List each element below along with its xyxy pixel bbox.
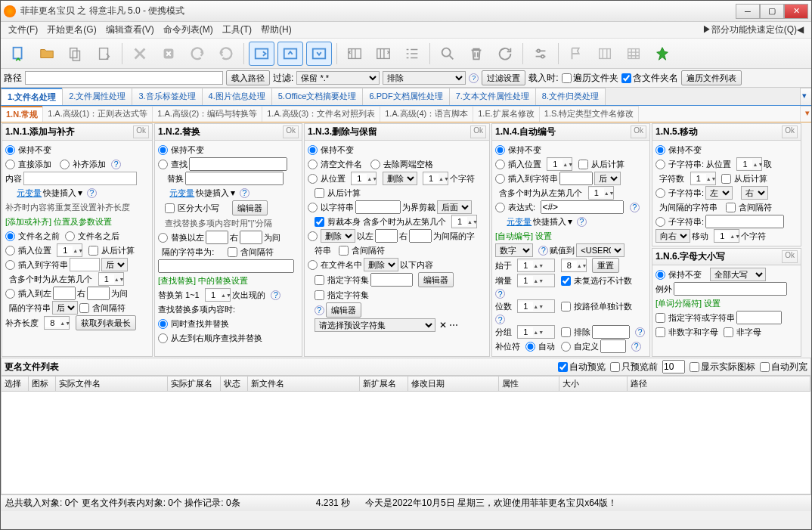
table-header: 选择 图标 实际文件名 实际扩展名 状态 新文件名 新扩展名 修改日期 属性 大…: [1, 376, 811, 392]
tab-text[interactable]: 7.文本文件属性处理: [449, 88, 536, 105]
help-icon[interactable]: ?: [469, 73, 479, 83]
svg-rect-6: [284, 48, 297, 58]
panel-case: 1.N.6.字母大小写Ok 保持不变 全部大写 例外 [单词分隔符] 设置 指定…: [652, 248, 801, 357]
table-body[interactable]: [1, 392, 811, 494]
subtab-ext[interactable]: 1.E.扩展名修改: [473, 106, 540, 122]
preview-count[interactable]: [662, 360, 685, 373]
tab-classify[interactable]: 8.文件归类处理: [535, 88, 606, 105]
subtab-encode[interactable]: 1.A.高级(2)：编码与转换等: [152, 106, 262, 122]
subtab-mapping[interactable]: 1.A.高级(3)：文件名对照列表: [262, 106, 380, 122]
svg-rect-7: [313, 48, 326, 58]
filter-sort-select[interactable]: 排除: [383, 71, 466, 85]
flag-icon[interactable]: [563, 42, 589, 66]
tab-image[interactable]: 4.图片信息处理: [202, 88, 272, 105]
col-right-icon[interactable]: [370, 42, 396, 66]
incdir-check[interactable]: 含文件夹名: [621, 72, 678, 85]
svg-point-12: [541, 54, 544, 57]
subtab-special[interactable]: 1.S.特定类型文件名修改: [539, 106, 640, 122]
open-folder-icon[interactable]: [34, 42, 60, 66]
trash-icon[interactable]: [463, 42, 489, 66]
panel-replace: 1.N.2.替换Ok 保持不变 查找 替换 元变量快捷插入▾ ? 区分大小写 编…: [154, 123, 302, 357]
path-bar: 路径 载入路径 过滤: 保留 *.* 排除 ? 过滤设置 载入时: 遍历文件夹 …: [1, 69, 811, 88]
subtab-normal[interactable]: 1.N.常规: [1, 106, 43, 122]
panel-down-icon[interactable]: [306, 42, 332, 66]
panel-move: 1.N.5.移动Ok 保持不变 子字符串: 从位置 ▲▼取 字符数 ▲▼ 从后计…: [652, 123, 801, 246]
search-icon[interactable]: [435, 42, 460, 66]
redo-icon[interactable]: [213, 42, 239, 66]
menu-help[interactable]: 帮助(H): [256, 22, 296, 38]
panels-row: 1.N.1.添加与补齐Ok 保持不变 直接添加 补齐添加 ? 内容 元变量快捷插…: [1, 122, 811, 358]
svg-rect-1: [70, 48, 77, 57]
menu-start[interactable]: 开始更名(G): [42, 22, 101, 38]
status-bar: 总共载入对象: 0个 更名文件列表内对象: 0个 操作记录: 0条 4.231 …: [1, 494, 811, 511]
col-left-icon[interactable]: [342, 42, 367, 66]
copy-icon[interactable]: [63, 42, 88, 66]
tab-fileattr[interactable]: 2.文件属性处理: [62, 88, 132, 105]
paste-icon[interactable]: [91, 42, 117, 66]
maximize-button[interactable]: ▢: [760, 4, 784, 19]
subtab-dropdown[interactable]: ▾: [800, 106, 812, 122]
list-header: 更名文件列表 自动预览 只预览前 显示实际图标 自动列宽: [1, 358, 811, 376]
load-path-button[interactable]: 载入路径: [226, 70, 270, 85]
menu-edit[interactable]: 编辑查看(V): [101, 22, 159, 38]
filter-settings-button[interactable]: 过滤设置: [482, 70, 525, 85]
stop-icon[interactable]: [156, 42, 181, 66]
title-bar: 菲菲更名宝贝 之 得意非凡 5.0 - 便携模式 ─ ▢ ✕: [1, 1, 811, 22]
cols-icon[interactable]: [592, 42, 618, 66]
new-file-icon[interactable]: [5, 42, 31, 66]
refresh-icon[interactable]: [492, 42, 518, 66]
tabs-main: 1.文件名处理 2.文件属性处理 3.音乐标签处理 4.图片信息处理 5.Off…: [1, 88, 811, 106]
grid-icon[interactable]: [621, 42, 646, 66]
settings-icon[interactable]: [528, 42, 553, 66]
path-input[interactable]: [25, 71, 223, 85]
tab-music[interactable]: 3.音乐标签处理: [132, 88, 202, 105]
svg-rect-13: [600, 48, 611, 58]
panel-add: 1.N.1.添加与补齐Ok 保持不变 直接添加 补齐添加 ? 内容 元变量快捷插…: [2, 123, 153, 357]
tab-dropdown[interactable]: ▾: [800, 88, 812, 105]
svg-rect-2: [73, 51, 79, 60]
getmax-button[interactable]: 获取列表最长: [76, 315, 136, 330]
pin-icon[interactable]: [649, 42, 675, 66]
minimize-button[interactable]: ─: [736, 4, 760, 19]
panel-number: 1.N.4.自动编号Ok 保持不变 插入位置 ▲▼ 从后计算 插入到字符串后 含…: [491, 123, 650, 357]
svg-point-11: [537, 49, 540, 52]
subtab-script[interactable]: 1.A.高级(4)：语言脚本: [380, 106, 473, 122]
svg-rect-14: [628, 48, 640, 58]
delete-icon[interactable]: [127, 42, 153, 66]
svg-rect-0: [14, 47, 22, 58]
app-icon: [4, 5, 16, 17]
panel-delete: 1.N.3.删除与保留Ok 保持不变 清空文件名 去除两端空格 从位置 ▲▼ 删…: [304, 123, 490, 357]
recurse-list-button[interactable]: 遍历文件列表: [681, 70, 742, 85]
menu-file[interactable]: 文件(F): [4, 22, 42, 38]
recurse-check[interactable]: 遍历文件夹: [562, 72, 618, 85]
window-title: 菲菲更名宝贝 之 得意非凡 5.0 - 便携模式: [20, 5, 736, 17]
undo-icon[interactable]: [184, 42, 210, 66]
list-icon[interactable]: [399, 42, 425, 66]
filter-label: 过滤:: [273, 72, 293, 85]
tab-filename[interactable]: 1.文件名处理: [1, 88, 63, 105]
panel-up-icon[interactable]: [277, 42, 303, 66]
path-label: 路径: [4, 72, 22, 85]
ok-button[interactable]: Ok: [133, 126, 149, 138]
tab-office[interactable]: 5.Office文档摘要处理: [271, 88, 364, 105]
menu-tools[interactable]: 工具(T): [218, 22, 256, 38]
tab-pdf[interactable]: 6.PDF文档属性处理: [362, 88, 449, 105]
loadtime-label: 载入时:: [528, 72, 558, 85]
filter-keep-select[interactable]: 保留 *.*: [296, 71, 380, 85]
menu-bar: 文件(F) 开始更名(G) 编辑查看(V) 命令列表(M) 工具(T) 帮助(H…: [1, 22, 811, 39]
tabs-sub: 1.N.常规 1.A.高级(1)：正则表达式等 1.A.高级(2)：编码与转换等…: [1, 106, 811, 122]
subtab-regex[interactable]: 1.A.高级(1)：正则表达式等: [42, 106, 153, 122]
close-button[interactable]: ✕: [784, 4, 808, 19]
menu-quicknav[interactable]: ▶部分功能快速定位(Q)◀: [698, 22, 808, 38]
content-input[interactable]: [23, 172, 137, 185]
toolbar: [1, 39, 811, 69]
svg-point-10: [442, 48, 451, 56]
panel-right-icon[interactable]: [249, 42, 274, 66]
menu-cmdlist[interactable]: 命令列表(M): [159, 22, 218, 38]
